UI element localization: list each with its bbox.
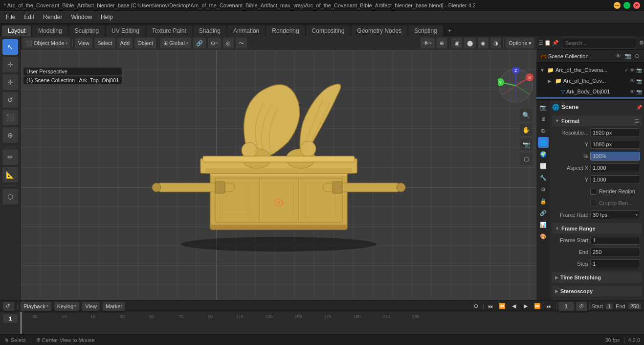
- shading-material[interactable]: ◉: [478, 38, 489, 48]
- eye-icon[interactable]: 👁: [630, 68, 635, 73]
- pin-btn[interactable]: 📌: [552, 38, 559, 48]
- eye-icon-body[interactable]: 👁: [630, 89, 635, 94]
- tab-geometry-nodes[interactable]: Geometry Nodes: [351, 25, 407, 36]
- frame-range-header[interactable]: ▼ Frame Range: [552, 223, 642, 234]
- maximize-button[interactable]: □: [623, 2, 630, 9]
- stereoscopy-header[interactable]: ▶ Stereoscopy: [552, 286, 642, 297]
- shading-solid[interactable]: ⬤: [464, 38, 476, 48]
- format-section-header[interactable]: ▼ Format ☰: [552, 115, 642, 126]
- nav-cube[interactable]: X Z Y: [498, 68, 534, 104]
- props-object[interactable]: ⬜: [538, 161, 549, 171]
- outliner-visibility-icon[interactable]: 👁: [615, 52, 622, 60]
- filter-btn[interactable]: ⚙: [639, 38, 644, 48]
- keying-menu[interactable]: Keying ▾: [54, 302, 80, 311]
- crop-checkbox[interactable]: [590, 200, 597, 207]
- render-region-checkbox[interactable]: [590, 188, 597, 195]
- jump-end-button[interactable]: ⏭: [544, 302, 554, 311]
- jump-prev-button[interactable]: ⏪: [497, 302, 507, 311]
- collection-gizmo[interactable]: ⬡: [520, 153, 533, 165]
- timeline-body[interactable]: 1 -30 -10 10 30 50 70 90 110 130 150 170…: [0, 312, 644, 334]
- props-data[interactable]: 📊: [538, 219, 549, 230]
- props-render[interactable]: 📷: [538, 102, 549, 113]
- marker-menu[interactable]: Marker: [103, 302, 125, 311]
- tool-scale[interactable]: ⬛: [2, 110, 18, 125]
- outliner-render-icon[interactable]: 📷: [623, 52, 632, 60]
- framestart-value[interactable]: 1: [590, 236, 640, 245]
- object-menu[interactable]: Object: [134, 38, 156, 48]
- play-button[interactable]: ▶: [521, 302, 531, 311]
- props-scene[interactable]: 🌐: [538, 137, 549, 148]
- tab-shading[interactable]: Shading: [193, 25, 226, 36]
- tree-item-ark-top[interactable]: ▽ Ark_Top_Obj001 👁 📷: [536, 97, 644, 99]
- add-menu[interactable]: Add: [117, 38, 133, 48]
- tool-transform[interactable]: ⊕: [2, 127, 18, 143]
- resolutiony-value[interactable]: 1080 px: [590, 140, 640, 149]
- tab-modeling[interactable]: Modeling: [32, 25, 68, 36]
- tab-scripting[interactable]: Scripting: [408, 25, 443, 36]
- frameend-value[interactable]: 250: [590, 248, 640, 256]
- props-physics[interactable]: 🔒: [538, 196, 549, 207]
- props-particles[interactable]: ⚙: [538, 184, 549, 195]
- tool-cursor[interactable]: ✛: [2, 57, 18, 72]
- minimize-button[interactable]: —: [614, 2, 621, 9]
- select-menu[interactable]: Select: [94, 38, 115, 48]
- jump-next-button[interactable]: ⏩: [533, 302, 542, 311]
- object-mode-dropdown[interactable]: ⬛ Object Mode ▾: [22, 38, 70, 48]
- props-output[interactable]: 🖥: [538, 114, 549, 124]
- pan-gizmo[interactable]: ✋: [520, 123, 533, 136]
- shading-wire[interactable]: ▣: [451, 38, 462, 48]
- view-menu[interactable]: View: [75, 38, 92, 48]
- menu-help[interactable]: Help: [97, 13, 117, 22]
- framerate-value[interactable]: 30 fps ▾: [590, 210, 640, 219]
- zoom-gizmo[interactable]: 🔍: [520, 109, 533, 121]
- props-material[interactable]: 🎨: [538, 231, 549, 242]
- pct-value[interactable]: 100%: [590, 152, 640, 161]
- close-button[interactable]: ✕: [633, 2, 640, 9]
- tab-animation[interactable]: Animation: [227, 25, 265, 36]
- tool-rotate[interactable]: ↺: [2, 92, 18, 108]
- tree-expand-root[interactable]: ▼: [540, 68, 546, 73]
- tool-select[interactable]: ↖: [2, 39, 18, 55]
- props-world[interactable]: 🌍: [538, 149, 549, 160]
- tree-item-ark-body[interactable]: ▽ Ark_Body_Obj001 👁 📷: [536, 86, 644, 97]
- jump-start-button[interactable]: ⏮: [486, 302, 495, 311]
- viewport[interactable]: ⬛ Object Mode ▾ View Select Add Object ⊞…: [21, 36, 536, 300]
- tab-rendering[interactable]: Rendering: [266, 25, 305, 36]
- props-modifiers[interactable]: 🔧: [538, 172, 549, 183]
- time-stretching-header[interactable]: ▶ Time Stretching: [552, 272, 642, 283]
- tool-move[interactable]: ✛: [2, 74, 18, 90]
- playback-menu[interactable]: Playback ▾: [21, 302, 51, 311]
- gizmo-toggle[interactable]: ⊕: [437, 38, 447, 48]
- tool-add[interactable]: ⬡: [2, 189, 18, 205]
- editor-type-btn[interactable]: 📋: [544, 38, 551, 48]
- eye-icon-sub[interactable]: 👁: [630, 78, 635, 84]
- props-view-layer[interactable]: ⧉: [538, 125, 549, 136]
- tab-texture-paint[interactable]: Texture Paint: [146, 25, 192, 36]
- tab-layout[interactable]: Layout: [2, 25, 31, 36]
- view-menu-timeline[interactable]: View: [82, 302, 100, 311]
- props-constraints[interactable]: 🔗: [538, 207, 549, 218]
- extra-toggle[interactable]: 〜: [236, 38, 247, 48]
- menu-render[interactable]: Render: [39, 13, 66, 22]
- tree-expand-sub[interactable]: ▶: [548, 78, 554, 84]
- tool-measure[interactable]: 📐: [2, 167, 18, 183]
- tree-item-root[interactable]: ▼ 📁 Arc_of_the_Covena... ✓ 👁 📷: [536, 65, 644, 75]
- check-icon[interactable]: ✓: [624, 68, 628, 73]
- options-button[interactable]: Options ▾: [506, 38, 534, 48]
- global-dropdown[interactable]: ⊞ Global ▾: [160, 38, 191, 48]
- play-reverse-button[interactable]: ◀: [509, 302, 519, 311]
- sync-button[interactable]: ⊙: [471, 302, 481, 311]
- snap-toggle[interactable]: 🔗: [193, 38, 206, 48]
- timeline-editor-type[interactable]: ⏱: [3, 302, 14, 311]
- end-value[interactable]: 250: [628, 303, 641, 309]
- outliner-search[interactable]: [562, 38, 636, 48]
- aspecty-value[interactable]: 1.000: [590, 175, 640, 184]
- format-options-icon[interactable]: ☰: [635, 118, 639, 124]
- proportional-edit[interactable]: ⊙~: [208, 38, 221, 48]
- aspectx-value[interactable]: 1.000: [590, 163, 640, 172]
- resolutionx-value[interactable]: 1920 px: [590, 128, 640, 137]
- render-icon[interactable]: 📷: [636, 68, 642, 73]
- start-value[interactable]: 1: [606, 303, 613, 309]
- viewport-shading-overlay[interactable]: 👁~: [421, 38, 435, 48]
- render-icon-sub[interactable]: 📷: [636, 78, 642, 84]
